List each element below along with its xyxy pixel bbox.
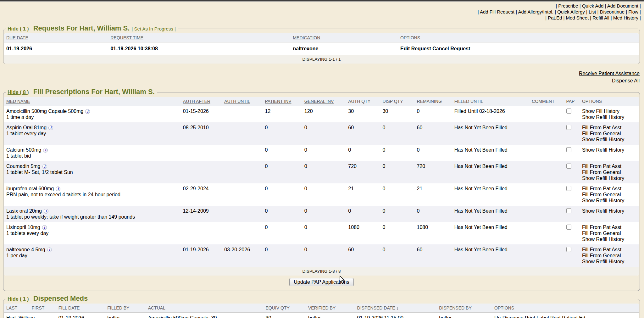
fill-from-pat-asst-link[interactable]: Fill From Pat Asst — [582, 224, 637, 230]
fill-from-general-link[interactable]: Fill From General — [582, 192, 637, 198]
edit-request-link[interactable]: Edit Request — [400, 46, 431, 51]
patient-inv-cell: 0 — [263, 222, 302, 244]
col-header-med[interactable]: MED NAME — [4, 97, 180, 106]
separator-pipe: | — [638, 3, 641, 8]
separator-pipe: | — [514, 9, 518, 14]
med-info-icon[interactable]: i — [85, 109, 90, 114]
add-document-link[interactable]: Add Document — [607, 3, 638, 8]
dispensed-options-cell: Un-Dispense Print Label Print Patient Ed — [492, 313, 639, 318]
general-inv-cell: 0 — [302, 145, 346, 161]
pap-checkbox[interactable] — [566, 147, 571, 152]
show-refill-history-link[interactable]: Show Refill History — [582, 137, 637, 142]
pap-checkbox[interactable] — [566, 125, 571, 130]
add-fill-request-link[interactable]: Add Fill Request — [480, 9, 514, 14]
show-refill-history-link[interactable]: Show Refill History — [582, 147, 637, 153]
filled-by-cell: butler — [105, 313, 145, 318]
show-refill-history-link[interactable]: Show Refill History — [582, 198, 637, 204]
remaining-cell: 60 — [414, 244, 452, 267]
remaining-cell: 0 — [414, 206, 452, 222]
discontinue-link[interactable]: Discontinue — [600, 9, 625, 14]
med-info-icon[interactable]: i — [42, 164, 47, 169]
receive-patient-assistance-link[interactable]: Receive Patient Assistance — [579, 71, 640, 76]
pat-ed-link[interactable]: Pat.Ed — [548, 15, 562, 20]
col-header-auth_after[interactable]: AUTH AFTER — [180, 97, 222, 106]
med-info-icon[interactable]: i — [48, 126, 53, 130]
pap-checkbox[interactable] — [566, 164, 571, 169]
col-header-general_inv[interactable]: GENERAL INV — [302, 97, 346, 106]
fill-from-general-link[interactable]: Fill From General — [582, 253, 637, 259]
refill-all-link[interactable]: Refill All — [592, 15, 609, 20]
dispense-all-link[interactable]: Dispense All — [612, 78, 640, 83]
show-refill-history-link[interactable]: Show Refill History — [582, 259, 637, 265]
col-header-due_date[interactable]: DUE DATE — [4, 33, 108, 42]
col-header-dispensed_by[interactable]: DISPENSED BY — [436, 304, 492, 313]
list-link[interactable]: List — [589, 9, 596, 14]
auth-qty-cell: 60 — [346, 244, 380, 267]
quick-allergy-link[interactable]: Quick Allergy — [557, 9, 585, 14]
fill-from-pat-asst-link[interactable]: Fill From Pat Asst — [582, 247, 637, 253]
med-info-icon[interactable]: i — [42, 225, 47, 230]
auth-qty-cell: 1080 — [346, 222, 380, 244]
fill-hide-link[interactable]: Hide ( 8 ) — [8, 90, 29, 95]
fill-from-pat-asst-link[interactable]: Fill From Pat Asst — [582, 125, 637, 131]
col-header-patient_inv[interactable]: PATIENT INV — [263, 97, 302, 106]
dispensed-hide-link[interactable]: Hide ( 1 ) — [8, 296, 29, 302]
col-header-last[interactable]: LAST — [4, 304, 29, 313]
fill-from-pat-asst-link[interactable]: Fill From Pat Asst — [582, 186, 637, 192]
last-name-cell: Hart, William — [4, 313, 29, 318]
col-header-auth_until[interactable]: AUTH UNTIL — [222, 97, 262, 106]
fill-from-general-link[interactable]: Fill From General — [582, 169, 637, 175]
requests-hide-link[interactable]: Hide ( 1 ) — [8, 26, 29, 31]
show-fill-history-link[interactable]: Show Fill History — [582, 108, 637, 114]
pap-checkbox[interactable] — [566, 225, 571, 230]
med-info-icon[interactable]: i — [47, 248, 52, 252]
col-header-request_time[interactable]: REQUEST TIME — [108, 33, 290, 42]
requests-table: DUE DATEREQUEST TIMEMEDICATIONOPTIONS 01… — [4, 33, 639, 64]
pap-checkbox[interactable] — [566, 186, 571, 191]
auth-until-cell — [222, 106, 262, 123]
medication-cell: naltrexone — [290, 42, 398, 55]
disp-qty-cell: 0 — [380, 122, 414, 145]
auth-qty-cell: 0 — [346, 145, 380, 161]
med-info-icon[interactable]: i — [43, 148, 48, 153]
prescribe-link[interactable]: Prescribe — [558, 3, 578, 8]
fill-from-pat-asst-link[interactable]: Fill From Pat Asst — [582, 163, 637, 169]
print-label-link[interactable]: Print Label — [525, 315, 549, 318]
med-sheet-link[interactable]: Med Sheet — [566, 15, 589, 20]
pap-checkbox[interactable] — [566, 109, 571, 114]
fill-from-general-link[interactable]: Fill From General — [582, 230, 637, 236]
pap-checkbox[interactable] — [566, 247, 571, 252]
cancel-request-link[interactable]: Cancel Request — [432, 46, 470, 51]
add-allergy-intol-link[interactable]: Add Allergy/Intol. — [518, 9, 553, 14]
med-name-cell: Amoxicillin 500mg Capsule 500mgi1 time a… — [4, 106, 180, 123]
show-refill-history-link[interactable]: Show Refill History — [582, 114, 637, 120]
med-history-link[interactable]: Med History — [613, 15, 638, 20]
fill-from-general-link[interactable]: Fill From General — [582, 131, 637, 137]
col-header-equiv_qty[interactable]: EQUIV QTY — [263, 304, 306, 313]
print-patient-ed-link[interactable]: Print Patient Ed — [550, 315, 585, 318]
col-header-verified_by[interactable]: VERIFIED BY — [306, 304, 355, 313]
col-header-dispensed_date[interactable]: DISPENSED DATE↓ — [355, 304, 437, 313]
show-refill-history-link[interactable]: Show Refill History — [582, 208, 637, 214]
med-info-icon[interactable]: i — [56, 187, 60, 191]
quick-add-link[interactable]: Quick Add — [582, 3, 603, 8]
sig-text: 1 tablets every day — [6, 230, 178, 236]
col-header-fill_date[interactable]: FILL DATE — [56, 304, 105, 313]
med-name-cell: ibuprofen oral 600mgiPRN pain, not to ex… — [4, 183, 180, 206]
col-header-first[interactable]: FIRST — [29, 304, 56, 313]
show-refill-history-link[interactable]: Show Refill History — [582, 175, 637, 181]
flow-link[interactable]: Flow — [628, 9, 638, 14]
set-as-in-progress-link[interactable]: Set As In Progress — [134, 26, 173, 31]
verified-by-cell: butler — [306, 313, 355, 318]
separator-pipe: | — [596, 9, 600, 14]
col-header-actual: ACTUAL — [146, 304, 263, 313]
un-dispense-link[interactable]: Un-Dispense — [494, 315, 523, 318]
filled-until-cell: Has Not Yet Been Filled — [452, 206, 530, 222]
col-header-filled_by[interactable]: FILLED BY — [105, 304, 145, 313]
med-info-icon[interactable]: i — [44, 209, 48, 214]
pap-checkbox[interactable] — [566, 208, 571, 213]
pap-cell — [564, 183, 580, 206]
col-header-medication[interactable]: MEDICATION — [290, 33, 398, 42]
show-refill-history-link[interactable]: Show Refill History — [582, 236, 637, 242]
requests-paging-status: DISPLAYING 1-1 / 1 — [4, 55, 639, 64]
